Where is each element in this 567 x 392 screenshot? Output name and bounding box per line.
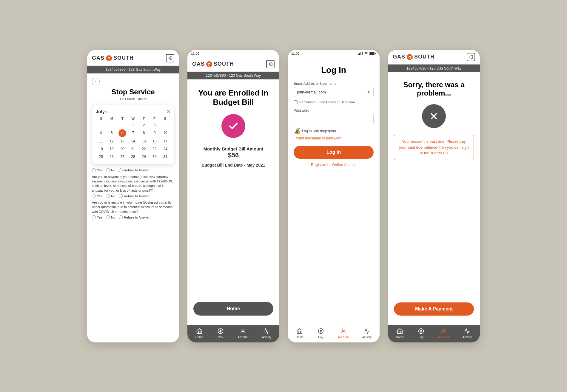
q1-no-option[interactable]: No bbox=[106, 194, 115, 198]
q2-no-radio[interactable] bbox=[106, 215, 110, 219]
cal-day-11[interactable]: 11 bbox=[96, 138, 106, 145]
forgot-password-link[interactable]: Forgot username or password bbox=[294, 136, 374, 140]
q0-no-radio[interactable] bbox=[106, 168, 110, 172]
cal-day-7[interactable]: 7 bbox=[128, 129, 138, 137]
q2-refuse-option[interactable]: Refuse to Answer bbox=[119, 215, 150, 219]
q2-refuse-radio[interactable] bbox=[119, 215, 123, 219]
cal-day-31[interactable]: 31 bbox=[160, 153, 170, 160]
exit-icon[interactable] bbox=[166, 54, 174, 62]
screen4-nav-activity[interactable]: Activity bbox=[463, 328, 472, 339]
cal-day-19[interactable]: 19 bbox=[107, 145, 117, 153]
screen2-nav-home[interactable]: Home bbox=[195, 328, 204, 339]
cal-day-20[interactable]: 20 bbox=[117, 145, 127, 153]
screen2-nav-pay[interactable]: Pay bbox=[217, 328, 224, 339]
cal-day-23[interactable]: 23 bbox=[150, 145, 160, 153]
cal-day-9[interactable]: 9 bbox=[150, 129, 160, 137]
cal-day-22[interactable]: 22 bbox=[139, 145, 149, 153]
password-input[interactable] bbox=[294, 114, 374, 124]
calendar-month[interactable]: July › bbox=[96, 109, 107, 114]
screen4-dollar-icon bbox=[417, 328, 425, 335]
screen4-exit-icon[interactable] bbox=[467, 53, 475, 61]
screen4-nav-account[interactable]: Account bbox=[438, 328, 449, 339]
cal-day-5[interactable]: 5 bbox=[107, 129, 117, 137]
cal-day-12[interactable]: 12 bbox=[107, 138, 117, 145]
cal-day-15[interactable]: 15 bbox=[139, 138, 149, 145]
stop-service-subtitle: 123 Main Street bbox=[92, 97, 174, 101]
screen4-nav-pay[interactable]: Pay bbox=[417, 328, 425, 339]
cal-day-16[interactable]: 16 bbox=[150, 138, 160, 145]
cal-day-8[interactable]: 8 bbox=[139, 129, 149, 137]
screen3-nav-account[interactable]: Account bbox=[338, 328, 349, 339]
q1-yes-option[interactable]: Yes bbox=[92, 194, 102, 198]
cal-day-28[interactable]: 28 bbox=[128, 153, 138, 160]
fingerprint-text: Log in with fingerprint bbox=[302, 129, 336, 133]
budget-title: You are Enrolled In Budget Bill bbox=[193, 88, 273, 107]
q0-yes-radio[interactable] bbox=[92, 168, 96, 172]
register-link[interactable]: Register for Online Access bbox=[294, 162, 374, 167]
cal-day-24[interactable]: 24 bbox=[160, 145, 170, 153]
screen3-nav-pay[interactable]: Pay bbox=[317, 328, 324, 339]
calendar-close-button[interactable]: ✕ bbox=[167, 109, 170, 114]
screen1-header: GAS SOUTH bbox=[87, 50, 179, 66]
q1-yes-label: Yes bbox=[97, 194, 102, 198]
cal-day-14[interactable]: 14 bbox=[128, 138, 138, 145]
budget-end-date: Budget Bill End Date - May 2021 bbox=[201, 163, 265, 167]
q0-refuse-option[interactable]: Refuse to Answer bbox=[119, 168, 150, 172]
q2-yes-option[interactable]: Yes bbox=[92, 215, 102, 219]
screen3-bottom-nav: Home Pay Account bbox=[288, 325, 380, 342]
back-button[interactable]: ‹ bbox=[92, 78, 100, 85]
screen3-login: 11:06 bbox=[288, 50, 380, 342]
screen3-nav-activity[interactable]: Activity bbox=[362, 328, 372, 339]
q0-no-label: No bbox=[111, 168, 115, 172]
cal-day-17[interactable]: 17 bbox=[160, 138, 170, 145]
x-circle-icon bbox=[422, 104, 446, 128]
remember-checkbox[interactable] bbox=[294, 100, 298, 104]
cal-day-25[interactable]: 25 bbox=[96, 153, 106, 160]
q1-yes-radio[interactable] bbox=[92, 194, 96, 198]
cal-day-30[interactable]: 30 bbox=[150, 153, 160, 160]
q0-refuse-radio[interactable] bbox=[119, 168, 123, 172]
cal-day-10[interactable]: 10 bbox=[160, 129, 170, 137]
q0-no-option[interactable]: No bbox=[106, 168, 115, 172]
cal-day-29[interactable]: 29 bbox=[139, 153, 149, 160]
make-payment-button[interactable]: Make A Payment bbox=[394, 302, 474, 316]
screen2-body: You are Enrolled In Budget Bill Monthly … bbox=[187, 79, 279, 325]
q2-no-option[interactable]: No bbox=[106, 215, 115, 219]
q1-refuse-option[interactable]: Refuse to Answer bbox=[119, 194, 150, 198]
cal-day-2[interactable]: 2 bbox=[139, 122, 149, 129]
email-field-label: Email Addres or Username bbox=[294, 82, 374, 86]
home-button[interactable]: Home bbox=[193, 302, 273, 316]
screen3-nav-home[interactable]: Home bbox=[296, 328, 304, 339]
screen4-error: GAS SOUTH 1234567890 - 123 Gas South Way… bbox=[388, 50, 480, 342]
cal-day-26[interactable]: 26 bbox=[107, 153, 117, 160]
cal-day-18[interactable]: 18 bbox=[96, 145, 106, 153]
cal-day-27[interactable]: 27 bbox=[117, 153, 127, 160]
cal-day-6-today[interactable]: 6 bbox=[118, 129, 126, 137]
question2-text: Are you or is anyone in your home (busin… bbox=[92, 200, 174, 214]
login-button[interactable]: Log In bbox=[294, 146, 374, 159]
q1-refuse-radio[interactable] bbox=[119, 194, 123, 198]
screen3-nav-home-label: Home bbox=[296, 336, 304, 339]
q0-yes-option[interactable]: Yes bbox=[92, 168, 102, 172]
screen2-logo-gas: GAS bbox=[192, 61, 205, 67]
cal-day-1[interactable]: 1 bbox=[128, 122, 138, 129]
month-arrow[interactable]: › bbox=[106, 109, 107, 114]
screen2-nav-activity[interactable]: Activity bbox=[262, 328, 272, 339]
screen2-nav-account[interactable]: Account bbox=[238, 328, 248, 339]
q2-yes-radio[interactable] bbox=[92, 215, 96, 219]
cal-day-21[interactable]: 21 bbox=[128, 145, 138, 153]
account-icon bbox=[239, 328, 246, 335]
cal-day-3[interactable]: 3 bbox=[150, 122, 160, 129]
email-input[interactable] bbox=[294, 87, 374, 97]
screen4-nav-home[interactable]: Home bbox=[396, 328, 404, 339]
screen2-logo-south: SOUTH bbox=[214, 61, 234, 67]
q1-no-radio[interactable] bbox=[106, 194, 110, 198]
signal-bars-icon bbox=[358, 52, 363, 55]
screen2-header: GAS SOUTH bbox=[187, 57, 279, 72]
cal-day-empty3 bbox=[117, 122, 127, 129]
cal-day-4[interactable]: 4 bbox=[96, 129, 106, 137]
cal-day-13[interactable]: 13 bbox=[117, 138, 127, 145]
screen2-exit-icon[interactable] bbox=[266, 60, 275, 68]
stop-service-title: Stop Service bbox=[92, 88, 174, 96]
logo-area: GAS SOUTH bbox=[92, 55, 134, 62]
